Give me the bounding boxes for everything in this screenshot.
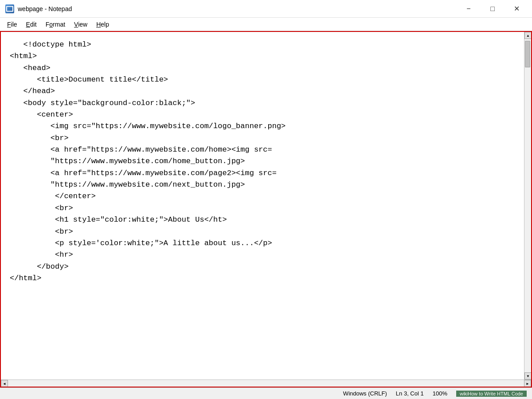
title-bar-left: webpage - Notepad <box>5 4 72 13</box>
scrollbar-thumb[interactable] <box>525 41 530 67</box>
line-ending: Windows (CRLF) <box>343 390 387 397</box>
h-scrollbar-track[interactable] <box>8 380 524 387</box>
title-bar: webpage - Notepad − □ ✕ <box>0 0 532 18</box>
editor-textarea[interactable]: <!doctype html> <html> <head> <title>Doc… <box>1 32 524 379</box>
scrollbar-thumb-area <box>524 39 531 372</box>
status-bar: Windows (CRLF) Ln 3, Col 1 100% wikiHow … <box>0 387 532 399</box>
app-icon <box>5 4 14 13</box>
zoom-level: 100% <box>433 390 447 397</box>
status-right: Windows (CRLF) Ln 3, Col 1 100% wikiHow … <box>343 390 527 397</box>
cursor-position: Ln 3, Col 1 <box>396 390 424 397</box>
window-title: webpage - Notepad <box>18 5 72 12</box>
scroll-right-button[interactable]: ▶ <box>524 380 531 387</box>
horizontal-scrollbar[interactable]: ◀ ▶ <box>1 379 531 387</box>
menu-item-format[interactable]: Format <box>42 20 69 29</box>
menu-item-help[interactable]: Help <box>93 20 113 29</box>
editor-main: <!doctype html> <html> <head> <title>Doc… <box>1 32 531 379</box>
close-button[interactable]: ✕ <box>506 3 527 15</box>
scroll-down-button[interactable]: ▼ <box>524 372 531 379</box>
maximize-button[interactable]: □ <box>482 3 503 15</box>
wikihow-badge: wikiHow to Write HTML Code <box>456 391 527 397</box>
editor-wrapper: <!doctype html> <html> <head> <title>Doc… <box>1 32 531 387</box>
vertical-scrollbar[interactable]: ▲ ▼ <box>524 32 531 379</box>
menu-item-file[interactable]: File <box>4 20 21 29</box>
menu-bar: File Edit Format View Help <box>0 18 532 31</box>
scroll-left-button[interactable]: ◀ <box>1 380 8 387</box>
scroll-up-button[interactable]: ▲ <box>524 32 531 39</box>
menu-item-edit[interactable]: Edit <box>23 20 40 29</box>
editor-container: <!doctype html> <html> <head> <title>Doc… <box>0 31 532 387</box>
minimize-button[interactable]: − <box>458 3 479 15</box>
window-controls: − □ ✕ <box>458 3 527 15</box>
menu-item-view[interactable]: View <box>70 20 91 29</box>
